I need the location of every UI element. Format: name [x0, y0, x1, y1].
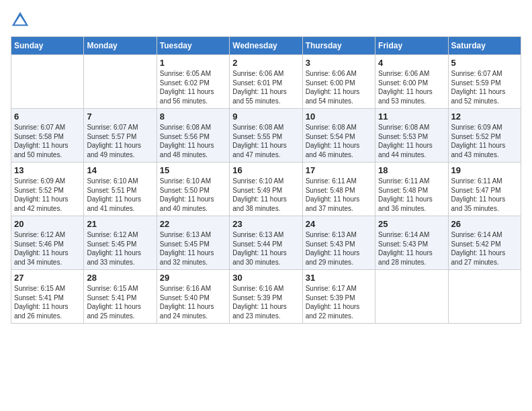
day-info: Sunrise: 6:09 AM Sunset: 5:52 PM Dayligh… — [14, 177, 81, 213]
day-info: Sunrise: 6:09 AM Sunset: 5:52 PM Dayligh… — [451, 123, 518, 159]
day-info: Sunrise: 6:08 AM Sunset: 5:55 PM Dayligh… — [232, 123, 299, 159]
calendar-cell: 22Sunrise: 6:13 AM Sunset: 5:45 PM Dayli… — [157, 216, 229, 270]
day-info: Sunrise: 6:07 AM Sunset: 5:58 PM Dayligh… — [14, 123, 81, 159]
calendar-cell: 29Sunrise: 6:16 AM Sunset: 5:40 PM Dayli… — [157, 270, 229, 324]
day-info: Sunrise: 6:11 AM Sunset: 5:47 PM Dayligh… — [451, 177, 518, 213]
day-info: Sunrise: 6:13 AM Sunset: 5:45 PM Dayligh… — [160, 230, 226, 267]
day-of-week-header: Wednesday — [230, 37, 302, 55]
page-header — [11, 11, 521, 30]
day-of-week-header: Monday — [84, 37, 157, 55]
calendar-cell — [11, 55, 84, 109]
calendar-cell: 5Sunrise: 6:07 AM Sunset: 5:59 PM Daylig… — [448, 55, 521, 109]
day-of-week-header: Saturday — [448, 37, 521, 55]
day-number: 3 — [306, 58, 372, 68]
day-number: 6 — [14, 111, 81, 122]
day-number: 26 — [451, 219, 518, 229]
calendar-cell: 7Sunrise: 6:07 AM Sunset: 5:57 PM Daylig… — [84, 109, 157, 163]
day-number: 8 — [160, 111, 226, 122]
day-number: 30 — [232, 273, 299, 283]
day-number: 16 — [232, 165, 299, 175]
day-number: 12 — [451, 111, 518, 122]
calendar-cell: 3Sunrise: 6:06 AM Sunset: 6:00 PM Daylig… — [302, 55, 375, 109]
calendar-week-row: 13Sunrise: 6:09 AM Sunset: 5:52 PM Dayli… — [11, 163, 521, 216]
day-info: Sunrise: 6:13 AM Sunset: 5:44 PM Dayligh… — [232, 230, 299, 267]
day-info: Sunrise: 6:08 AM Sunset: 5:56 PM Dayligh… — [160, 123, 226, 159]
day-number: 1 — [160, 58, 226, 68]
day-of-week-header: Tuesday — [157, 37, 229, 55]
day-number: 4 — [378, 58, 445, 68]
day-info: Sunrise: 6:11 AM Sunset: 5:48 PM Dayligh… — [306, 177, 372, 213]
calendar-cell: 26Sunrise: 6:14 AM Sunset: 5:42 PM Dayli… — [448, 216, 521, 270]
day-number: 27 — [14, 273, 81, 283]
calendar-table: SundayMondayTuesdayWednesdayThursdayFrid… — [11, 36, 521, 324]
calendar-cell: 25Sunrise: 6:14 AM Sunset: 5:43 PM Dayli… — [375, 216, 448, 270]
logo — [11, 11, 32, 30]
calendar-week-row: 27Sunrise: 6:15 AM Sunset: 5:41 PM Dayli… — [11, 270, 521, 324]
calendar-cell: 21Sunrise: 6:12 AM Sunset: 5:45 PM Dayli… — [84, 216, 157, 270]
day-number: 13 — [14, 165, 81, 175]
day-info: Sunrise: 6:12 AM Sunset: 5:45 PM Dayligh… — [87, 230, 153, 267]
day-info: Sunrise: 6:11 AM Sunset: 5:48 PM Dayligh… — [378, 177, 445, 213]
day-of-week-header: Friday — [375, 37, 448, 55]
calendar-cell: 8Sunrise: 6:08 AM Sunset: 5:56 PM Daylig… — [157, 109, 229, 163]
day-number: 10 — [306, 111, 372, 122]
day-info: Sunrise: 6:12 AM Sunset: 5:46 PM Dayligh… — [14, 230, 81, 267]
day-number: 9 — [232, 111, 299, 122]
calendar-cell: 20Sunrise: 6:12 AM Sunset: 5:46 PM Dayli… — [11, 216, 84, 270]
calendar-week-row: 20Sunrise: 6:12 AM Sunset: 5:46 PM Dayli… — [11, 216, 521, 270]
day-number: 31 — [306, 273, 372, 283]
day-number: 18 — [378, 165, 445, 175]
calendar-cell: 14Sunrise: 6:10 AM Sunset: 5:51 PM Dayli… — [84, 163, 157, 216]
day-info: Sunrise: 6:16 AM Sunset: 5:40 PM Dayligh… — [160, 284, 226, 320]
day-number: 19 — [451, 165, 518, 175]
calendar-cell: 18Sunrise: 6:11 AM Sunset: 5:48 PM Dayli… — [375, 163, 448, 216]
day-info: Sunrise: 6:07 AM Sunset: 5:57 PM Dayligh… — [87, 123, 153, 159]
calendar-cell: 4Sunrise: 6:06 AM Sunset: 6:00 PM Daylig… — [375, 55, 448, 109]
day-number: 14 — [87, 165, 153, 175]
day-info: Sunrise: 6:05 AM Sunset: 6:02 PM Dayligh… — [160, 69, 226, 105]
day-number: 21 — [87, 219, 153, 229]
calendar-cell: 24Sunrise: 6:13 AM Sunset: 5:43 PM Dayli… — [302, 216, 375, 270]
day-number: 17 — [306, 165, 372, 175]
day-number: 28 — [87, 273, 153, 283]
calendar-cell: 1Sunrise: 6:05 AM Sunset: 6:02 PM Daylig… — [157, 55, 229, 109]
day-info: Sunrise: 6:07 AM Sunset: 5:59 PM Dayligh… — [451, 69, 518, 105]
calendar-cell: 19Sunrise: 6:11 AM Sunset: 5:47 PM Dayli… — [448, 163, 521, 216]
day-of-week-header: Thursday — [302, 37, 375, 55]
calendar-cell: 31Sunrise: 6:17 AM Sunset: 5:39 PM Dayli… — [302, 270, 375, 324]
day-number: 20 — [14, 219, 81, 229]
calendar-cell: 27Sunrise: 6:15 AM Sunset: 5:41 PM Dayli… — [11, 270, 84, 324]
day-info: Sunrise: 6:06 AM Sunset: 6:01 PM Dayligh… — [232, 69, 299, 105]
calendar-week-row: 1Sunrise: 6:05 AM Sunset: 6:02 PM Daylig… — [11, 55, 521, 109]
day-info: Sunrise: 6:15 AM Sunset: 5:41 PM Dayligh… — [87, 284, 153, 320]
calendar-cell: 16Sunrise: 6:10 AM Sunset: 5:49 PM Dayli… — [230, 163, 302, 216]
calendar-cell — [375, 270, 448, 324]
day-number: 25 — [378, 219, 445, 229]
calendar-cell — [84, 55, 157, 109]
calendar-cell: 30Sunrise: 6:16 AM Sunset: 5:39 PM Dayli… — [230, 270, 302, 324]
day-info: Sunrise: 6:15 AM Sunset: 5:41 PM Dayligh… — [14, 284, 81, 320]
calendar-cell — [448, 270, 521, 324]
calendar-cell: 10Sunrise: 6:08 AM Sunset: 5:54 PM Dayli… — [302, 109, 375, 163]
logo-icon — [11, 11, 30, 30]
calendar-cell: 12Sunrise: 6:09 AM Sunset: 5:52 PM Dayli… — [448, 109, 521, 163]
day-info: Sunrise: 6:14 AM Sunset: 5:43 PM Dayligh… — [378, 230, 445, 267]
day-number: 15 — [160, 165, 226, 175]
day-number: 24 — [306, 219, 372, 229]
day-number: 7 — [87, 111, 153, 122]
day-number: 29 — [160, 273, 226, 283]
calendar-header-row: SundayMondayTuesdayWednesdayThursdayFrid… — [11, 37, 521, 55]
calendar-cell: 15Sunrise: 6:10 AM Sunset: 5:50 PM Dayli… — [157, 163, 229, 216]
calendar-cell: 13Sunrise: 6:09 AM Sunset: 5:52 PM Dayli… — [11, 163, 84, 216]
day-info: Sunrise: 6:10 AM Sunset: 5:50 PM Dayligh… — [160, 177, 226, 213]
calendar-cell: 9Sunrise: 6:08 AM Sunset: 5:55 PM Daylig… — [230, 109, 302, 163]
day-info: Sunrise: 6:10 AM Sunset: 5:49 PM Dayligh… — [232, 177, 299, 213]
day-info: Sunrise: 6:10 AM Sunset: 5:51 PM Dayligh… — [87, 177, 153, 213]
day-number: 5 — [451, 58, 518, 68]
day-info: Sunrise: 6:08 AM Sunset: 5:54 PM Dayligh… — [306, 123, 372, 159]
day-number: 22 — [160, 219, 226, 229]
day-info: Sunrise: 6:06 AM Sunset: 6:00 PM Dayligh… — [306, 69, 372, 105]
calendar-week-row: 6Sunrise: 6:07 AM Sunset: 5:58 PM Daylig… — [11, 109, 521, 163]
day-info: Sunrise: 6:08 AM Sunset: 5:53 PM Dayligh… — [378, 123, 445, 159]
day-info: Sunrise: 6:16 AM Sunset: 5:39 PM Dayligh… — [232, 284, 299, 320]
